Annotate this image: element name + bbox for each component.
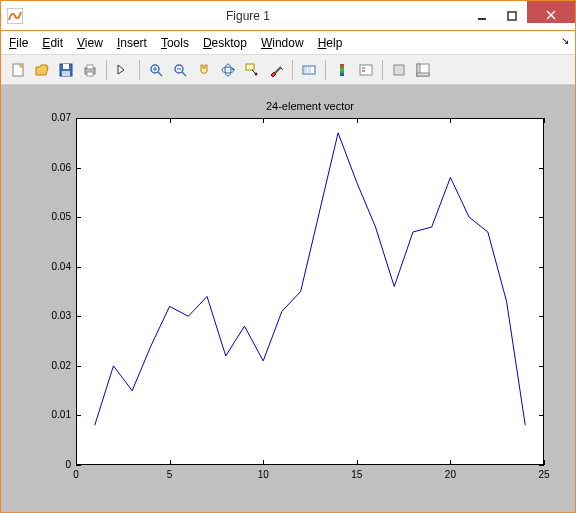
link-button[interactable] — [298, 59, 320, 81]
svg-line-13 — [158, 72, 162, 76]
svg-rect-35 — [417, 73, 429, 76]
open-button[interactable] — [31, 59, 53, 81]
svg-point-23 — [255, 72, 258, 75]
svg-rect-11 — [87, 72, 93, 76]
dock-icon[interactable]: ↘ — [561, 35, 569, 46]
save-button[interactable] — [55, 59, 77, 81]
menu-window[interactable]: Window — [261, 36, 304, 50]
maximize-button[interactable] — [497, 5, 527, 27]
brush-button[interactable] — [265, 59, 287, 81]
line-series — [1, 85, 575, 512]
app-icon — [1, 1, 29, 31]
legend-button[interactable] — [355, 59, 377, 81]
colorbar-button[interactable] — [331, 59, 353, 81]
rotate-button[interactable] — [217, 59, 239, 81]
minimize-button[interactable] — [467, 5, 497, 27]
toolbar-separator — [139, 60, 140, 80]
hide-tools-button[interactable] — [388, 59, 410, 81]
menu-desktop[interactable]: Desktop — [203, 36, 247, 50]
menubar: File Edit View Insert Tools Desktop Wind… — [1, 31, 575, 55]
svg-rect-28 — [340, 64, 344, 76]
zoom-out-button[interactable] — [169, 59, 191, 81]
menu-tools[interactable]: Tools — [161, 36, 189, 50]
svg-point-20 — [225, 64, 231, 76]
svg-rect-2 — [508, 12, 516, 20]
window-title: Figure 1 — [29, 9, 467, 23]
svg-line-24 — [275, 67, 281, 73]
zoom-in-button[interactable] — [145, 59, 167, 81]
show-tools-button[interactable] — [412, 59, 434, 81]
menu-insert[interactable]: Insert — [117, 36, 147, 50]
svg-rect-10 — [87, 65, 93, 69]
svg-line-17 — [182, 72, 186, 76]
titlebar: Figure 1 — [1, 1, 575, 31]
svg-rect-29 — [360, 65, 372, 75]
data-cursor-button[interactable] — [241, 59, 263, 81]
menu-view[interactable]: View — [77, 36, 103, 50]
pan-button[interactable] — [193, 59, 215, 81]
menu-help[interactable]: Help — [318, 36, 343, 50]
close-button[interactable] — [527, 1, 575, 23]
print-button[interactable] — [79, 59, 101, 81]
toolbar-separator — [382, 60, 383, 80]
toolbar-separator — [292, 60, 293, 80]
svg-rect-7 — [63, 64, 69, 69]
toolbar-separator — [325, 60, 326, 80]
menu-file[interactable]: File — [9, 36, 28, 50]
toolbar-separator — [106, 60, 107, 80]
figure-canvas[interactable]: 24-element vector00.010.020.030.040.050.… — [1, 85, 575, 512]
new-figure-button[interactable] — [7, 59, 29, 81]
svg-rect-32 — [394, 65, 404, 75]
svg-rect-26 — [304, 67, 307, 73]
svg-rect-21 — [246, 64, 254, 70]
toolbar — [1, 55, 575, 85]
svg-rect-27 — [308, 67, 311, 73]
menu-edit[interactable]: Edit — [42, 36, 63, 50]
edit-plot-button[interactable] — [112, 59, 134, 81]
figure-window: Figure 1 File Edit View Insert Tools Des… — [0, 0, 576, 513]
svg-rect-8 — [62, 71, 70, 76]
